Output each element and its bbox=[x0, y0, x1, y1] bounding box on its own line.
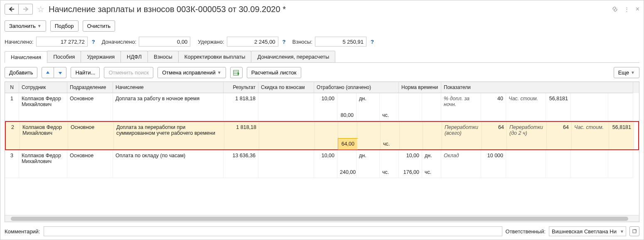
contributions-label: Взносы: bbox=[293, 39, 313, 45]
back-button[interactable] bbox=[5, 4, 19, 15]
payslip-button[interactable]: Расчетный листок bbox=[247, 67, 301, 78]
help-icon[interactable]: ? bbox=[371, 39, 374, 45]
fill-button[interactable]: Заполнить▼ bbox=[5, 20, 46, 32]
move-up-button[interactable] bbox=[42, 67, 54, 78]
link-icon[interactable] bbox=[612, 6, 618, 12]
find-button[interactable]: Найти... bbox=[71, 67, 100, 78]
more-button[interactable]: Еще▼ bbox=[614, 67, 639, 78]
selected-cell[interactable]: 64,00 bbox=[338, 139, 357, 149]
help-icon[interactable]: ? bbox=[92, 39, 95, 45]
additional-label: Доначислено: bbox=[102, 39, 137, 45]
move-down-button[interactable] bbox=[54, 67, 66, 78]
tab-deductions[interactable]: Удержания bbox=[81, 51, 121, 62]
table-row[interactable]: 2 Колпаков Федор Михайлович Основное Доп… bbox=[5, 121, 639, 150]
open-responsible-button[interactable] bbox=[629, 226, 639, 236]
close-icon[interactable]: × bbox=[636, 5, 639, 13]
horizontal-scrollbar[interactable] bbox=[5, 215, 639, 222]
accrued-field[interactable]: 17 272,72 bbox=[36, 37, 88, 47]
svg-rect-5 bbox=[633, 230, 636, 233]
page-title: Начисление зарплаты и взносов 003К-00005… bbox=[49, 5, 286, 14]
deducted-field[interactable]: 2 245,00 bbox=[227, 37, 278, 47]
help-icon[interactable]: ? bbox=[283, 39, 286, 45]
clear-button[interactable]: Очистить bbox=[83, 20, 116, 32]
table-row[interactable]: 1 Колпаков Федор Михайлович Основное Доп… bbox=[5, 93, 639, 121]
tab-contrib[interactable]: Взносы bbox=[147, 51, 179, 62]
comment-label: Комментарий: bbox=[5, 228, 40, 235]
contributions-field[interactable]: 5 250,91 bbox=[315, 37, 366, 47]
tab-corrections[interactable]: Корректировки выплаты bbox=[178, 51, 252, 62]
cancel-search-button[interactable]: Отменить поиск bbox=[104, 67, 153, 78]
additional-field[interactable]: 0,00 bbox=[139, 37, 190, 47]
deducted-label: Удержано: bbox=[198, 39, 224, 45]
tabs: Начисления Пособия Удержания НДФЛ Взносы… bbox=[5, 51, 639, 63]
forward-button[interactable] bbox=[19, 4, 33, 15]
configure-table-button[interactable] bbox=[230, 67, 243, 78]
responsible-label: Ответственный: bbox=[506, 228, 546, 235]
tab-ndfl[interactable]: НДФЛ bbox=[120, 51, 148, 62]
table-row[interactable]: 3 Колпаков Федор Михайлович Основное Опл… bbox=[5, 150, 639, 178]
responsible-field[interactable]: Вишневская Светлана Ни ▼ bbox=[549, 226, 626, 236]
tab-accruals[interactable]: Начисления bbox=[5, 51, 47, 63]
kebab-icon[interactable]: ⋮ bbox=[624, 6, 630, 12]
comment-input[interactable] bbox=[44, 226, 502, 236]
chevron-down-icon[interactable]: ▼ bbox=[620, 229, 624, 234]
tab-recalc[interactable]: Доначисления, перерасчеты bbox=[251, 51, 335, 62]
tab-benefits[interactable]: Пособия bbox=[47, 51, 81, 62]
pick-button[interactable]: Подбор bbox=[50, 20, 79, 32]
grid-header: N Сотрудник Подразделение Начисление Рез… bbox=[5, 82, 639, 93]
favorite-icon[interactable]: ☆ bbox=[37, 4, 44, 14]
undo-corrections-button[interactable]: Отмена исправлений▼ bbox=[157, 67, 226, 78]
accrued-label: Начислено: bbox=[5, 39, 34, 45]
add-row-button[interactable]: Добавить bbox=[5, 67, 37, 78]
